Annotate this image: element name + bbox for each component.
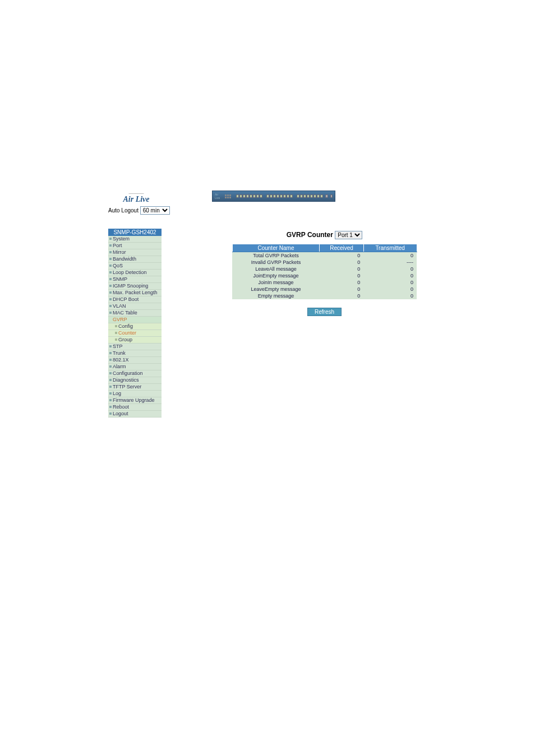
port-select[interactable]: Port 1 bbox=[335, 231, 362, 239]
cell-counter-name: LeaveAll message bbox=[232, 266, 320, 272]
sidebar-item-gvrp[interactable]: GVRP bbox=[108, 317, 162, 323]
uplink-port-1 bbox=[325, 194, 328, 198]
cell-transmitted: 0 bbox=[363, 266, 417, 272]
sidebar-item-mac-table[interactable]: MAC Table bbox=[108, 310, 162, 317]
led-block bbox=[225, 194, 231, 198]
sidebar-item-vlan[interactable]: VLAN bbox=[108, 303, 162, 310]
cell-received: 0 bbox=[320, 266, 363, 272]
sidebar-item-system[interactable]: System bbox=[108, 236, 162, 243]
brand-area: ——— Air Live Auto Logout 60 min bbox=[108, 191, 164, 215]
sidebar-item-stp[interactable]: STP bbox=[108, 344, 162, 350]
refresh-button[interactable]: Refresh bbox=[307, 308, 342, 316]
sidebar-item-dhcp-boot[interactable]: DHCP Boot bbox=[108, 296, 162, 303]
sidebar-item-alarm[interactable]: Alarm bbox=[108, 364, 162, 370]
uplink-port-2 bbox=[330, 194, 333, 198]
cell-transmitted: 0 bbox=[363, 279, 417, 286]
cell-received: 0 bbox=[320, 252, 363, 259]
device-panel: Air Live bbox=[212, 191, 335, 202]
cell-counter-name: JoinEmpty message bbox=[232, 272, 320, 279]
sidebar-item-igmp-snooping[interactable]: IGMP Snooping bbox=[108, 283, 162, 290]
sidebar-item-trunk[interactable]: Trunk bbox=[108, 350, 162, 357]
auto-logout-area: Auto Logout 60 min bbox=[108, 206, 164, 215]
title-text: GVRP Counter bbox=[287, 231, 333, 239]
device-label: Air Live bbox=[215, 193, 223, 200]
cell-transmitted: 0 bbox=[363, 293, 417, 299]
table-row: LeaveEmpty message00 bbox=[232, 286, 417, 293]
cell-received: 0 bbox=[320, 272, 363, 279]
sidebar-item-snmp[interactable]: SNMP bbox=[108, 276, 162, 283]
sidebar-item-qos[interactable]: QoS bbox=[108, 263, 162, 270]
table-row: JoinIn message00 bbox=[232, 279, 417, 286]
cell-received: 0 bbox=[320, 259, 363, 266]
cell-transmitted: 0 bbox=[363, 252, 417, 259]
cell-received: 0 bbox=[320, 293, 363, 299]
sidebar-item-mirror[interactable]: Mirror bbox=[108, 249, 162, 256]
sidebar-item-bandwidth[interactable]: Bandwidth bbox=[108, 256, 162, 263]
table-row: Invalid GVRP Packets0---- bbox=[232, 259, 417, 266]
sidebar-item-max-packet-length[interactable]: Max. Packet Length bbox=[108, 290, 162, 296]
main-content: GVRP Counter Port 1 Counter Name Receive… bbox=[162, 229, 423, 418]
auto-logout-label: Auto Logout bbox=[108, 207, 139, 214]
sidebar-item-log[interactable]: Log bbox=[108, 391, 162, 397]
cell-counter-name: JoinIn message bbox=[232, 279, 320, 286]
col-received: Received bbox=[320, 244, 363, 252]
gvrp-counter-table: Counter Name Received Transmitted Total … bbox=[232, 244, 417, 299]
auto-logout-select[interactable]: 60 min bbox=[140, 206, 170, 215]
cell-counter-name: Empty message bbox=[232, 293, 320, 299]
port-group-2 bbox=[266, 194, 293, 198]
page-title: GVRP Counter Port 1 bbox=[226, 231, 423, 239]
col-counter-name: Counter Name bbox=[232, 244, 320, 252]
brand-logo: Air Live bbox=[108, 195, 164, 204]
port-icon bbox=[236, 194, 239, 198]
sidebar-item-loop-detection[interactable]: Loop Detection bbox=[108, 270, 162, 276]
sidebar-item-reboot[interactable]: Reboot bbox=[108, 404, 162, 411]
table-row: Empty message00 bbox=[232, 293, 417, 299]
cell-transmitted: ---- bbox=[363, 259, 417, 266]
port-group-1 bbox=[236, 194, 262, 198]
sidebar-item-counter[interactable]: Counter bbox=[108, 330, 162, 337]
col-transmitted: Transmitted bbox=[363, 244, 417, 252]
cell-counter-name: Invalid GVRP Packets bbox=[232, 259, 320, 266]
sidebar-item-group[interactable]: Group bbox=[108, 337, 162, 344]
sidebar-item-802-1x[interactable]: 802.1X bbox=[108, 357, 162, 364]
sidebar-item-diagnostics[interactable]: Diagnostics bbox=[108, 377, 162, 384]
table-row: Total GVRP Packets00 bbox=[232, 252, 417, 259]
cell-transmitted: 0 bbox=[363, 272, 417, 279]
cell-counter-name: LeaveEmpty message bbox=[232, 286, 320, 293]
header-bar: ——— Air Live Auto Logout 60 min Air Live bbox=[108, 191, 423, 215]
cell-received: 0 bbox=[320, 279, 363, 286]
sidebar-title: SNMP-GSH2402 bbox=[108, 229, 162, 236]
cell-transmitted: 0 bbox=[363, 286, 417, 293]
sidebar-item-config[interactable]: Config bbox=[108, 323, 162, 330]
sidebar-item-logout[interactable]: Logout bbox=[108, 411, 162, 418]
sidebar-item-firmware-upgrade[interactable]: Firmware Upgrade bbox=[108, 397, 162, 404]
sidebar: SNMP-GSH2402 SystemPortMirrorBandwidthQo… bbox=[108, 229, 162, 418]
port-group-3 bbox=[297, 194, 323, 198]
cell-received: 0 bbox=[320, 286, 363, 293]
sidebar-item-port[interactable]: Port bbox=[108, 243, 162, 249]
cell-counter-name: Total GVRP Packets bbox=[232, 252, 320, 259]
sidebar-item-tftp-server[interactable]: TFTP Server bbox=[108, 384, 162, 391]
sidebar-item-configuration[interactable]: Configuration bbox=[108, 370, 162, 377]
table-row: JoinEmpty message00 bbox=[232, 272, 417, 279]
table-row: LeaveAll message00 bbox=[232, 266, 417, 272]
